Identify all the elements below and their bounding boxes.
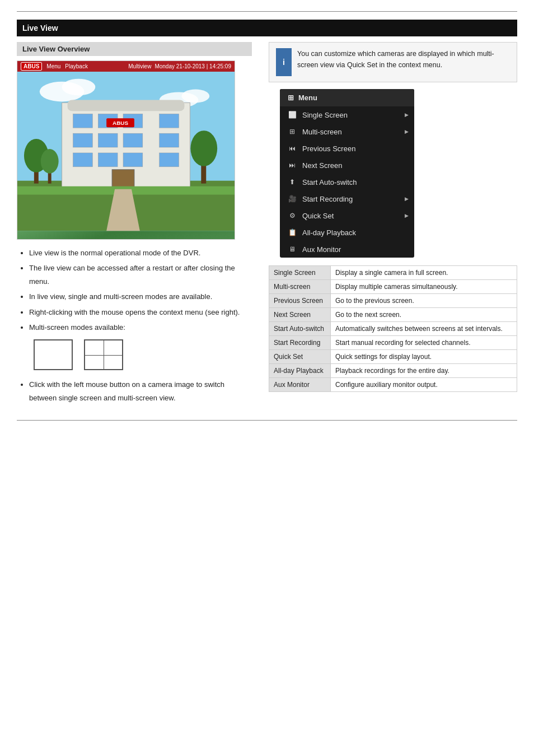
menu-item-previous-screen[interactable]: ⏮ Previous Screen [280,140,414,157]
ref-desc-5: Start manual recording for selected chan… [331,336,517,350]
camera-preview: ABUS Menu Playback Multiview Monday 21-1… [17,60,235,240]
svg-rect-12 [73,133,92,147]
two-col-layout: Live View Overview ABUS Menu Playback Mu… [17,42,517,409]
camera-overlay-bar: ABUS Menu Playback Multiview Monday 21-1… [17,61,235,72]
quick-set-icon: ⚙ [288,211,297,220]
bullet-1: Live view is the normal operational mode… [29,246,252,259]
bullet-5: Multi-screen modes available: [29,321,252,334]
timestamp: Monday 21-10-2013 | 14:25:09 [154,63,231,69]
ref-desc-3: Go to the next screen. [331,308,517,322]
previous-screen-icon: ⏮ [288,144,297,153]
menu-label-aux-monitor: Aux Monitor [302,245,341,254]
playback-icon: 📋 [288,228,297,237]
auto-switch-icon: ⬆ [288,178,297,186]
info-icon: i [276,48,292,76]
additional-list: Click with the left mouse button on a ca… [17,378,252,404]
bullet-2: The live view can be accessed after a re… [29,262,252,288]
ref-desc-6: Quick settings for display layout. [331,350,517,364]
menu-label-quick-set: Quick Set [302,212,334,220]
menu-item-next-screen[interactable]: ⏭ Next Screen [280,157,414,174]
svg-point-4 [181,90,209,103]
ref-desc-7: Playback recordings for the entire day. [331,364,517,378]
bottom-rule [17,420,517,421]
context-menu-header: ⊞ Menu [280,89,414,106]
menu-label-auto-switch: Start Auto-switch [302,178,357,186]
info-text: You can customize which cameras are disp… [297,48,510,71]
svg-rect-18 [123,153,143,167]
svg-rect-8 [73,114,92,128]
aux-monitor-icon: 🖥 [288,245,297,254]
menu-label-start-recording: Start Recording [302,195,353,203]
svg-point-28 [190,130,217,166]
svg-rect-14 [123,133,143,147]
ref-label-2: Previous Screen [269,294,331,308]
view-mode: Multiview [128,63,151,69]
context-menu: ⊞ Menu ⬜ Single Screen ⊞ Multi-screen ⏮ … [280,89,414,258]
table-row: Multi-screen Display multiple cameras si… [269,280,517,294]
ref-label-3: Next Screen [269,308,331,322]
svg-text:ABUS: ABUS [113,120,129,126]
abus-logo: ABUS [21,62,42,71]
menu-label-all-day-playback: All-day Playback [302,228,356,237]
quad-screen-icon [84,339,123,370]
svg-rect-19 [160,153,179,167]
svg-rect-16 [73,153,92,167]
left-column: Live View Overview ABUS Menu Playback Mu… [17,42,252,409]
single-screen-menu-icon: ⬜ [288,110,297,119]
next-screen-icon: ⏭ [288,161,297,170]
menu-label-single-screen: Single Screen [302,111,348,119]
menu-item-start-recording[interactable]: 🎥 Start Recording [280,190,414,207]
menu-item-auto-switch[interactable]: ⬆ Start Auto-switch [280,174,414,190]
ref-desc-1: Display multiple cameras simultaneously. [331,280,517,294]
table-row: Next Screen Go to the next screen. [269,308,517,322]
table-row: Aux Monitor Configure auxiliary monitor … [269,378,517,392]
ref-desc-2: Go to the previous screen. [331,294,517,308]
ref-label-4: Start Auto-switch [269,322,331,336]
table-row: Start Auto-switch Automatically switches… [269,322,517,336]
ref-label-6: Quick Set [269,350,331,364]
ref-desc-4: Automatically switches between screens a… [331,322,517,336]
svg-rect-15 [160,133,179,147]
svg-rect-13 [98,133,118,147]
svg-point-26 [41,149,59,174]
table-row: All-day Playback Playback recordings for… [269,364,517,378]
ref-desc-8: Configure auxiliary monitor output. [331,378,517,392]
menu-item-single-screen[interactable]: ⬜ Single Screen [280,106,414,123]
top-rule [17,11,517,12]
context-menu-title: Menu [298,94,317,102]
menu-item-all-day-playback[interactable]: 📋 All-day Playback [280,224,414,241]
menu-item-quick-set[interactable]: ⚙ Quick Set [280,207,414,224]
table-row: Start Recording Start manual recording f… [269,336,517,350]
table-row: Quick Set Quick settings for display lay… [269,350,517,364]
menu-item-aux-monitor[interactable]: 🖥 Aux Monitor [280,241,414,258]
page-wrapper: Live View Live View Overview ABUS Menu P… [0,0,534,432]
ref-label-8: Aux Monitor [269,378,331,392]
section-header: Live View [17,20,517,36]
multi-screen-menu-icon: ⊞ [288,127,297,136]
svg-rect-17 [98,153,118,167]
svg-rect-11 [160,114,179,128]
table-row: Single Screen Display a single camera in… [269,266,517,280]
svg-point-2 [62,79,96,96]
svg-rect-7 [68,100,185,111]
single-screen-icon [34,339,73,370]
bullet-4: Right-clicking with the mouse opens the … [29,306,252,319]
svg-rect-22 [112,170,134,189]
right-column: i You can customize which cameras are di… [269,42,517,409]
menu-label-previous-screen: Previous Screen [302,144,355,153]
feature-list: Live view is the normal operational mode… [17,246,252,334]
nav-playback[interactable]: Playback [65,63,88,69]
bullet-6: Click with the left mouse button on a ca… [29,378,252,404]
recording-icon: 🎥 [288,194,297,203]
ref-label-0: Single Screen [269,266,331,280]
building-illustration: ABUS [17,61,235,239]
menu-grid-icon: ⊞ [288,94,294,102]
menu-label-multi-screen: Multi-screen [302,128,342,136]
left-subheader: Live View Overview [17,42,252,56]
reference-table: Single Screen Display a single camera in… [269,265,517,392]
info-box: i You can customize which cameras are di… [269,42,517,82]
nav-menu[interactable]: Menu [46,63,60,69]
ref-desc-0: Display a single camera in full screen. [331,266,517,280]
menu-item-multi-screen[interactable]: ⊞ Multi-screen [280,123,414,140]
bullet-3: In live view, single and multi-screen mo… [29,290,252,303]
